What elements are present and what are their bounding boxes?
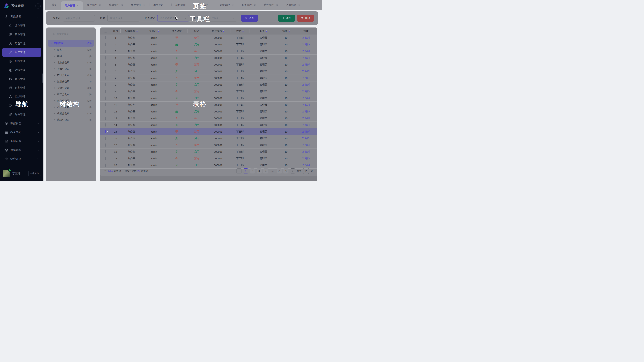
close-icon[interactable] [165,4,167,6]
tree-search-box[interactable] [51,31,91,37]
sidebar-item-0[interactable]: 系统设置 [0,12,44,21]
sidebar-item-4[interactable]: 用户管理 [2,48,41,57]
table-row-10[interactable]: 10 办公室 admin 是 启用 000001 丁三郎 管理员 10 编辑 [100,95,317,102]
close-icon[interactable] [188,4,190,6]
row-checkbox[interactable] [105,137,106,140]
row-checkbox[interactable] [105,50,106,53]
table-row-19[interactable]: 19 办公室 admin 否 禁用 000001 丁三郎 管理员 10 编辑 [100,155,317,162]
edit-button[interactable]: 编辑 [302,130,310,133]
edit-button[interactable]: 编辑 [302,63,310,66]
tab-6[interactable]: 机构管理 [172,0,194,10]
tab-9[interactable]: 职务管理 [238,0,260,10]
table-row-9[interactable]: 9 办公室 admin 否 禁用 000001 丁三郎 管理员 10 编辑 [100,88,317,95]
tree-node-5[interactable]: 深圳分公司 (8) [46,78,96,85]
page-button-21[interactable]: 21 [277,168,282,173]
sidebar-item-16[interactable]: 综合办公 [0,155,44,163]
lock-select[interactable]: 是否允许登录 [157,15,189,21]
row-checkbox[interactable] [105,90,106,93]
table-row-13[interactable]: 13 办公室 admin 否 禁用 000001 丁三郎 管理员 10 编辑 [100,115,317,122]
sidebar-item-5[interactable]: 机构管理 [0,57,44,66]
table-row-14[interactable]: 14 办公室 admin 是 启用 000001 丁三郎 管理员 10 编辑 [100,122,317,128]
jump-page-input[interactable] [303,168,309,174]
select-all-checkbox[interactable] [104,30,107,32]
add-button[interactable]: 添加 [278,14,295,22]
table-row-17[interactable]: 17 办公室 admin 否 禁用 000001 丁三郎 管理员 10 编辑 [100,142,317,148]
tab-10[interactable]: 附件管理 [260,0,282,10]
tree-node-1[interactable]: 本级 (8) [46,53,96,59]
sidebar-item-15[interactable]: 数据管理 [0,146,44,155]
tree-search-input[interactable] [56,32,89,35]
edit-button[interactable]: 编辑 [302,150,310,153]
row-checkbox[interactable] [105,96,106,100]
tree-node-10[interactable]: 成都分公司 (29) [46,110,96,117]
sort-icon[interactable] [266,30,267,32]
edit-button[interactable]: 编辑 [302,76,310,80]
row-checkbox[interactable] [105,117,106,120]
sort-icon[interactable] [242,30,244,32]
row-checkbox[interactable] [105,83,106,86]
table-row-15[interactable]: 15 办公室 admin 否 禁用 000001 丁三郎 管理员 10 编辑 [100,128,317,135]
row-checkbox[interactable] [105,143,106,147]
row-checkbox[interactable] [105,150,106,153]
page-button-3[interactable]: 3 [256,168,262,173]
edit-button[interactable]: 编辑 [302,90,310,93]
tree-node-3[interactable]: 上海分公司 (8) [46,66,96,72]
edit-button[interactable]: 编辑 [302,143,310,147]
close-icon[interactable] [121,4,123,6]
row-checkbox[interactable] [105,103,106,106]
edit-button[interactable]: 编辑 [302,137,310,140]
sidebar-item-1[interactable]: 缓存管理 [0,21,44,30]
edit-button[interactable]: 编辑 [302,70,310,73]
sidebar-item-14[interactable]: 新闻管理 [0,137,44,146]
row-checkbox[interactable] [105,123,106,126]
close-icon[interactable] [210,4,212,6]
row-checkbox[interactable] [105,56,106,59]
tree-node-6[interactable]: 天津分公司 (29) [46,85,96,91]
status-select[interactable]: 用户状态 [206,15,237,21]
tab-4[interactable]: 角色管理 [127,0,149,10]
close-icon[interactable] [143,4,145,6]
table-row-11[interactable]: 11 办公室 admin 否 禁用 000001 丁三郎 管理员 10 编辑 [100,102,317,108]
table-row-6[interactable]: 6 办公室 admin 是 启用 000001 丁三郎 管理员 10 编辑 [100,68,317,75]
edit-button[interactable]: 编辑 [302,103,310,106]
tab-1[interactable]: 用户管理 [61,1,83,10]
tree-node-2[interactable]: 北京分公司 (29) [46,59,96,66]
table-row-18[interactable]: 18 办公室 admin 是 启用 000001 丁三郎 管理员 10 编辑 [100,148,317,155]
sidebar-user[interactable]: 丁三郎 一级单位 [0,166,44,181]
login-input[interactable] [63,15,95,21]
sort-icon[interactable] [158,30,159,32]
table-row-1[interactable]: 1 办公室 admin 否 禁用 000001 丁三郎 管理员 10 编辑 [100,34,317,41]
close-icon[interactable] [298,4,300,6]
table-row-5[interactable]: 5 办公室 admin 否 禁用 000001 丁三郎 管理员 10 编辑 [100,61,317,68]
edit-button[interactable]: 编辑 [302,96,310,100]
name-input[interactable] [108,15,139,21]
edit-button[interactable]: 编辑 [302,43,310,46]
close-icon[interactable] [77,5,79,7]
tab-11[interactable]: 入库信息 [282,0,304,10]
unit-badge[interactable]: 一级单位 [28,171,41,176]
sort-icon[interactable] [223,30,224,32]
sidebar-item-2[interactable]: 菜单管理 [0,30,44,39]
page-button-2[interactable]: 2 [250,168,255,173]
row-checkbox[interactable] [105,63,106,66]
page-button-1[interactable]: 1 [243,168,248,173]
tab-8[interactable]: 岗位管理 [216,0,238,10]
sidebar-item-13[interactable]: 综合办公 [0,128,44,137]
delete-button[interactable]: 删除 [297,14,314,22]
column-header-3[interactable]: 登录名 [142,29,166,33]
row-checkbox[interactable] [105,43,106,46]
prev-page-button[interactable] [236,168,242,173]
row-checkbox[interactable] [105,157,106,160]
table-row-4[interactable]: 4 办公室 admin 是 启用 000001 丁三郎 管理员 10 编辑 [100,55,317,61]
tab-0[interactable]: 首页 [48,0,61,10]
tree-node-0[interactable]: 游客 (29) [46,46,96,53]
table-row-16[interactable]: 16 办公室 admin 是 启用 000001 丁三郎 管理员 10 编辑 [100,135,317,142]
column-header-9[interactable]: 排序 [277,29,295,33]
sidebar-item-11[interactable]: 附件管理 [0,110,44,119]
edit-button[interactable]: 编辑 [302,110,310,113]
edit-button[interactable]: 编辑 [302,157,310,160]
close-icon[interactable] [276,4,278,6]
edit-button[interactable]: 编辑 [302,117,310,120]
tree-node-root[interactable]: 集团公司 (79) [48,40,94,46]
page-button-22[interactable]: 22 [284,168,288,173]
